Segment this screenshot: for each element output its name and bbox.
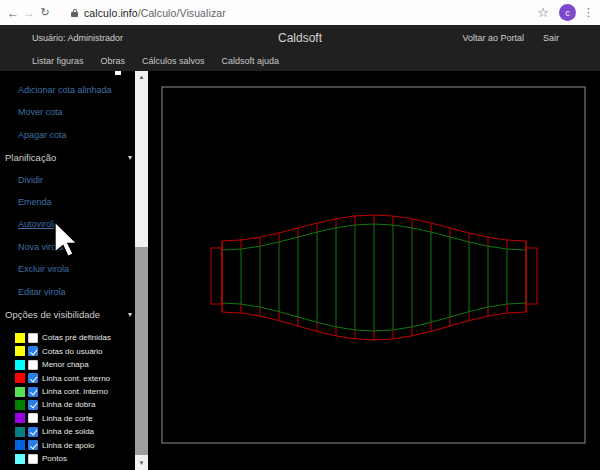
section-label: Planificação xyxy=(5,152,56,163)
visibility-option-label: Linha de apoio xyxy=(42,441,95,450)
visibility-option-row: Linha de dobra xyxy=(15,398,150,411)
browser-menu-icon[interactable]: ⋮ xyxy=(583,6,594,19)
sidebar-link[interactable]: Excluir virola xyxy=(18,264,150,274)
color-swatch xyxy=(15,454,25,464)
chevron-down-icon: ▾ xyxy=(128,309,132,320)
main-nav: Listar figurasObrasCálculos salvosCaldso… xyxy=(0,50,600,71)
section-label: Opções de visibilidade xyxy=(5,309,100,320)
sidebar: Adicionar cota alinhadaMover cotaApagar … xyxy=(0,71,150,470)
browser-forward-icon: → xyxy=(21,6,37,20)
visibility-option-label: Linha de corte xyxy=(42,414,93,423)
scrollbar-thumb[interactable] xyxy=(135,247,148,455)
scroll-up-button[interactable]: ▲ xyxy=(135,71,148,84)
ui-artifact xyxy=(115,71,121,75)
chevron-down-icon: ▾ xyxy=(128,152,132,163)
color-swatch xyxy=(15,413,25,423)
weld-tab xyxy=(211,248,222,304)
browser-back-icon[interactable]: ← xyxy=(5,6,21,20)
profile-avatar[interactable]: c xyxy=(559,4,576,21)
bookmark-star-icon[interactable]: ☆ xyxy=(537,5,549,20)
visibility-option-row: Linha de apoio xyxy=(15,438,150,451)
nav-item[interactable]: Cálculos salvos xyxy=(142,56,205,66)
url-domain: calculo.info xyxy=(84,7,138,19)
sidebar-link[interactable]: Apagar cota xyxy=(18,130,150,140)
app-window: ← → ↻ calculo.info/Calculo/Visualizar ☆ … xyxy=(0,0,600,470)
visibility-checkbox[interactable] xyxy=(28,400,38,410)
visibility-option-label: Linha de dobra xyxy=(42,400,95,409)
visibility-option-row: Linha de corte xyxy=(15,412,150,425)
sidebar-link[interactable]: Mover cota xyxy=(18,107,150,117)
visibility-checkbox[interactable] xyxy=(28,360,38,370)
visibility-checkbox[interactable] xyxy=(28,387,38,397)
ssl-lock-icon[interactable] xyxy=(71,9,78,17)
browser-reload-icon[interactable]: ↻ xyxy=(37,6,53,19)
visibility-option-row: Cotas pré definidas xyxy=(15,331,150,344)
sidebar-link[interactable]: Emenda xyxy=(18,197,150,207)
color-swatch xyxy=(15,373,25,383)
sidebar-link[interactable]: Adicionar cota alinhada xyxy=(18,85,150,95)
visibility-option-row: Linha cont. externo xyxy=(15,371,150,384)
visibility-option-label: Cotas pré definidas xyxy=(42,333,111,342)
visibility-checkbox[interactable] xyxy=(28,440,38,450)
visibility-checkbox[interactable] xyxy=(28,346,38,356)
nav-item[interactable]: Obras xyxy=(101,56,126,66)
visibility-option-row: Cotas do usuário xyxy=(15,345,150,358)
visibility-option-row: Pontos xyxy=(15,452,150,465)
visibility-checkbox[interactable] xyxy=(28,373,38,383)
sidebar-link[interactable]: Autovirola xyxy=(18,219,150,229)
color-swatch xyxy=(15,427,25,437)
visibility-option-row: Linha cont. interno xyxy=(15,385,150,398)
browser-toolbar: ← → ↻ calculo.info/Calculo/Visualizar ☆ … xyxy=(0,0,600,25)
address-bar[interactable]: calculo.info/Calculo/Visualizar xyxy=(84,7,226,19)
visibility-option-label: Menor chapa xyxy=(42,360,89,369)
canvas-svg[interactable] xyxy=(150,75,600,470)
weld-tab xyxy=(526,248,537,304)
visibility-option-label: Linha cont. externo xyxy=(42,374,110,383)
visibility-option-label: Pontos xyxy=(42,454,67,463)
drawing-canvas-area[interactable] xyxy=(150,71,600,470)
sidebar-link[interactable]: Editar virola xyxy=(18,287,150,297)
color-swatch xyxy=(15,346,25,356)
sidebar-section-header[interactable]: Opções de visibilidade▾ xyxy=(5,309,132,320)
visibility-checkbox[interactable] xyxy=(28,413,38,423)
sidebar-scrollbar[interactable]: ▲ ▼ xyxy=(135,71,148,470)
sidebar-link[interactable]: Nova virola xyxy=(18,242,150,252)
color-swatch xyxy=(15,333,25,343)
visibility-option-row: Linha de solda xyxy=(15,425,150,438)
visibility-option-label: Cotas do usuário xyxy=(42,347,102,356)
visibility-checkbox[interactable] xyxy=(28,333,38,343)
url-path: /Calculo/Visualizar xyxy=(138,7,226,19)
visibility-option-row: Menor chapa xyxy=(15,358,150,371)
color-swatch xyxy=(15,440,25,450)
visibility-option-label: Linha cont. interno xyxy=(42,387,108,396)
sidebar-link[interactable]: Dividir xyxy=(18,175,150,185)
logout-link[interactable]: Sair xyxy=(543,33,559,43)
color-swatch xyxy=(15,400,25,410)
visibility-option-label: Linha de solda xyxy=(42,427,94,436)
scroll-down-button[interactable]: ▼ xyxy=(135,457,148,470)
back-to-portal-link[interactable]: Voltar ao Portal xyxy=(462,33,524,43)
sidebar-section-header[interactable]: Planificação▾ xyxy=(5,152,132,163)
visibility-checkbox[interactable] xyxy=(28,454,38,464)
color-swatch xyxy=(15,387,25,397)
nav-item[interactable]: Caldsoft ajuda xyxy=(222,56,280,66)
color-swatch xyxy=(15,360,25,370)
visibility-checkbox[interactable] xyxy=(28,427,38,437)
app-header: Usuário: Administrador Caldsoft Voltar a… xyxy=(0,25,600,71)
nav-item[interactable]: Listar figuras xyxy=(32,56,84,66)
